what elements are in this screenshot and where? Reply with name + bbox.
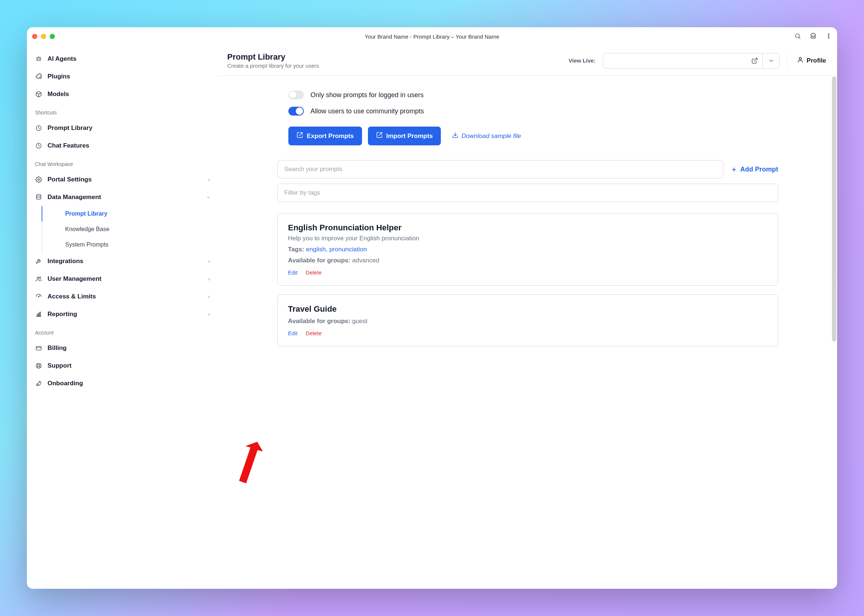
sidebar-item-billing[interactable]: Billing [27, 339, 218, 357]
svg-point-15 [39, 277, 41, 278]
sidebar-item-integrations[interactable]: Integrations › [27, 253, 218, 270]
toggle-logged-in-users[interactable] [289, 91, 304, 99]
import-icon [376, 132, 383, 140]
edit-button[interactable]: Edit [288, 330, 298, 336]
filter-tags-input[interactable] [277, 184, 778, 202]
main-panel: Prompt Library Create a prompt library f… [218, 46, 837, 589]
sidebar-item-data-management[interactable]: Data Management › [27, 189, 218, 206]
page-header: Prompt Library Create a prompt library f… [218, 46, 837, 76]
prompt-groups-row: Available for groups: guest [288, 317, 768, 325]
edit-button[interactable]: Edit [288, 269, 298, 276]
svg-line-33 [378, 132, 382, 135]
profile-button[interactable]: Profile [795, 56, 828, 65]
button-label: Add Prompt [740, 166, 778, 173]
prompt-tags-row: Tags: english, pronunciation [288, 246, 768, 253]
chevron-down-icon: › [206, 196, 212, 198]
window-controls [32, 34, 55, 39]
chevron-down-icon[interactable] [762, 53, 779, 68]
svg-point-6 [38, 58, 38, 59]
prompt-card: Travel GuideAvailable for groups: guestE… [277, 294, 778, 346]
sidebar-item-label: Billing [47, 344, 67, 352]
svg-point-14 [37, 277, 39, 279]
scrollbar[interactable] [832, 77, 836, 341]
prompt-groups-row: Available for groups: advanced [288, 257, 768, 264]
chevron-right-icon: › [208, 276, 210, 282]
sidebar-item-label: Chat Features [47, 142, 89, 149]
gear-icon [35, 176, 43, 183]
sidebar-item-support[interactable]: Support [27, 357, 218, 375]
sidebar-item-label: User Management [47, 275, 101, 283]
sidebar-item-label: Onboarding [47, 380, 83, 387]
prompt-title: Travel Guide [288, 304, 768, 314]
sidebar-item-onboarding[interactable]: Onboarding [27, 375, 218, 392]
svg-rect-20 [38, 313, 39, 316]
user-icon [797, 56, 804, 65]
clock-icon [35, 142, 43, 149]
delete-button[interactable]: Delete [306, 269, 322, 276]
prompt-groups: guest [352, 317, 367, 325]
sidebar-item-plugins[interactable]: Plugins [27, 68, 218, 85]
sidebar-item-label: AI Agents [47, 55, 77, 63]
prompt-actions: EditDelete [288, 330, 768, 336]
sidebar-item-reporting[interactable]: Reporting › [27, 305, 218, 323]
page-subtitle: Create a prompt library for your users [227, 63, 561, 69]
sidebar-item-label: Prompt Library [47, 124, 93, 132]
sidebar-item-label: Support [47, 362, 71, 369]
close-icon[interactable] [32, 34, 37, 39]
maximize-icon[interactable] [50, 34, 55, 39]
search-input[interactable] [277, 160, 723, 179]
external-link-icon[interactable] [747, 57, 762, 64]
chevron-right-icon: › [208, 311, 210, 317]
sidebar-item-label: Integrations [47, 258, 83, 265]
button-label: Import Prompts [386, 132, 433, 140]
prompt-tags[interactable]: english, pronunciation [306, 246, 367, 253]
import-prompts-button[interactable]: Import Prompts [368, 127, 441, 145]
prompt-description: Help you to improve your English pronunc… [288, 235, 768, 242]
svg-line-32 [300, 132, 303, 135]
prompt-actions: EditDelete [288, 269, 768, 276]
chevron-right-icon: › [208, 258, 210, 264]
users-icon [35, 276, 43, 282]
svg-line-30 [754, 58, 757, 61]
sidebar-item-ai-agents[interactable]: AI Agents [27, 50, 218, 68]
sidebar-item-prompt-library-shortcut[interactable]: Prompt Library [27, 119, 218, 137]
export-icon [296, 132, 303, 140]
svg-rect-21 [40, 312, 41, 316]
delete-button[interactable]: Delete [306, 330, 322, 336]
svg-line-1 [799, 37, 800, 38]
gauge-icon [35, 293, 43, 300]
cube-icon [35, 91, 43, 97]
link-label: Download sample file [462, 132, 521, 140]
chevron-right-icon: › [208, 177, 210, 182]
titlebar: Your Brand Name - Prompt Library – Your … [27, 27, 837, 46]
sidebar-section-shortcuts: Shortcuts [27, 103, 218, 119]
sidebar-item-label: Plugins [47, 73, 70, 80]
sidebar-sub-system-prompts[interactable]: System Prompts [42, 237, 218, 253]
download-sample-link[interactable]: Download sample file [452, 132, 521, 140]
sidebar-sub-prompt-library[interactable]: Prompt Library [42, 206, 218, 222]
sidebar-item-label: Reporting [47, 311, 77, 318]
add-prompt-button[interactable]: ＋ Add Prompt [731, 165, 778, 174]
sidebar-item-chat-features[interactable]: Chat Features [27, 137, 218, 154]
sidebar-item-models[interactable]: Models [27, 85, 218, 103]
database-icon [35, 194, 43, 201]
sidebar-item-access-limits[interactable]: Access & Limits › [27, 288, 218, 305]
sidebar-item-portal-settings[interactable]: Portal Settings › [27, 171, 218, 189]
search-icon[interactable] [795, 33, 801, 41]
view-live-label: View Live: [569, 57, 596, 64]
more-icon[interactable] [825, 33, 832, 41]
svg-point-7 [39, 58, 40, 59]
sidebar-sub-knowledge-base[interactable]: Knowledge Base [42, 222, 218, 237]
view-live-select[interactable] [603, 53, 780, 68]
export-prompts-button[interactable]: Export Prompts [289, 127, 362, 145]
toggle-community-prompts[interactable] [289, 107, 304, 116]
toggle-community-label: Allow users to use community prompts [311, 107, 424, 115]
svg-point-13 [36, 195, 41, 196]
desktop-background: Your Brand Name - Prompt Library – Your … [0, 0, 864, 616]
svg-rect-22 [36, 347, 41, 350]
extension-icon[interactable] [810, 33, 817, 41]
sidebar-item-label: Access & Limits [47, 293, 96, 300]
sidebar-item-user-management[interactable]: User Management › [27, 270, 218, 288]
minimize-icon[interactable] [41, 34, 46, 39]
svg-marker-35 [239, 440, 263, 485]
